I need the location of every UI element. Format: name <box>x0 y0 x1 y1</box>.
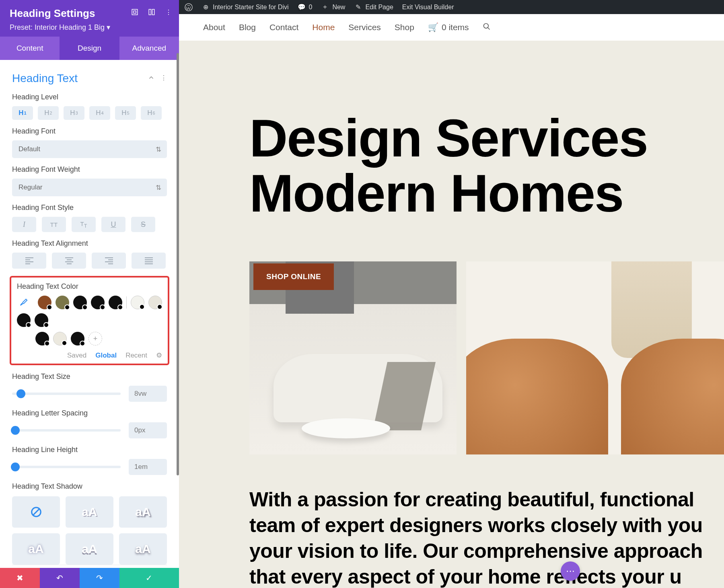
chevron-up-icon[interactable] <box>148 74 155 83</box>
label-heading-font-weight: Heading Font Weight <box>12 165 167 174</box>
site-nav: About Blog Contact Home Services Shop 🛒0… <box>179 14 724 41</box>
label-heading-level: Heading Level <box>12 93 167 101</box>
nav-contact[interactable]: Contact <box>269 23 298 32</box>
shadow-none[interactable] <box>12 496 60 528</box>
label-heading-letter-spacing: Heading Letter Spacing <box>12 409 167 417</box>
letter-spacing-value[interactable]: 0px <box>129 422 167 438</box>
heading-level-h5[interactable]: H5 <box>115 106 136 120</box>
text-size-slider[interactable] <box>12 393 121 395</box>
wp-logo-icon[interactable] <box>185 3 193 11</box>
color-swatch[interactable] <box>71 332 84 345</box>
heading-level-h3[interactable]: H3 <box>64 106 84 120</box>
tab-content[interactable]: Content <box>0 37 60 60</box>
palette-tab-global[interactable]: Global <box>95 352 117 360</box>
label-heading-text-alignment: Heading Text Alignment <box>12 239 167 248</box>
cart-icon: 🛒 <box>428 23 438 32</box>
shadow-preset-3[interactable]: aA <box>12 533 60 565</box>
heading-level-h4[interactable]: H4 <box>89 106 110 120</box>
align-left[interactable] <box>12 253 46 269</box>
wp-comments[interactable]: 💬0 <box>298 3 313 11</box>
search-icon[interactable] <box>483 23 491 33</box>
shop-online-button[interactable]: SHOP ONLINE <box>253 263 334 290</box>
nav-about[interactable]: About <box>203 23 225 32</box>
palette-tab-recent[interactable]: Recent <box>125 352 147 360</box>
heading-level-h6[interactable]: H6 <box>141 106 162 120</box>
nav-blog[interactable]: Blog <box>239 23 256 32</box>
plus-icon: ＋ <box>321 3 329 11</box>
font-style-uppercase[interactable]: TT <box>42 217 66 232</box>
wp-site-name[interactable]: ⊕Interior Starter Site for Divi <box>202 3 289 11</box>
font-style-smallcaps[interactable]: TT <box>72 217 96 232</box>
svg-rect-0 <box>132 9 138 15</box>
line-height-value[interactable]: 1em <box>129 459 167 475</box>
svg-point-5 <box>483 23 488 28</box>
color-swatch[interactable] <box>148 296 162 309</box>
settings-panel: Heading Settings Preset: Interior Headin… <box>0 0 179 588</box>
heading-level-h1[interactable]: H1 <box>12 106 33 120</box>
wp-exit-vb[interactable]: Exit Visual Builder <box>402 4 454 11</box>
section-heading-text[interactable]: Heading Text <box>12 72 78 85</box>
more-icon[interactable]: ⋮ <box>160 74 167 83</box>
align-center[interactable] <box>52 253 86 269</box>
panel-preset[interactable]: Preset: Interior Heading 1 Big ▾ <box>10 23 169 32</box>
nav-cart[interactable]: 🛒0 items <box>428 23 469 32</box>
section-sizing[interactable]: Sizing <box>12 565 167 568</box>
panel-body: Heading Text ⋮ Heading Level H1 H2 H3 H4… <box>0 60 179 568</box>
font-style-underline[interactable]: U <box>101 217 125 232</box>
panel-header: Heading Settings Preset: Interior Headin… <box>0 0 179 37</box>
label-heading-font: Heading Font <box>12 127 167 136</box>
intro-paragraph: With a passion for creating beautiful, f… <box>249 487 724 588</box>
line-height-slider[interactable] <box>12 466 121 468</box>
redo-button[interactable]: ↷ <box>80 568 119 588</box>
cancel-button[interactable]: ✖ <box>0 568 40 588</box>
nav-services[interactable]: Services <box>348 23 381 32</box>
hero-title: Design Services Modern Homes <box>249 111 724 221</box>
letter-spacing-slider[interactable] <box>12 429 121 432</box>
gear-icon[interactable]: ⚙ <box>156 351 162 360</box>
color-swatch[interactable] <box>109 296 122 309</box>
color-swatch[interactable] <box>35 313 48 327</box>
chevron-updown-icon: ⇅ <box>156 183 161 192</box>
color-swatch[interactable] <box>38 296 51 309</box>
text-size-value[interactable]: 8vw <box>129 386 167 402</box>
shadow-preset-1[interactable]: aA <box>66 496 113 528</box>
grid-icon[interactable] <box>148 8 156 16</box>
save-button[interactable]: ✓ <box>119 568 179 588</box>
color-swatch[interactable] <box>17 313 31 327</box>
heading-level-h2[interactable]: H2 <box>38 106 59 120</box>
expand-icon[interactable] <box>131 8 139 16</box>
font-style-strikethrough[interactable]: S <box>131 217 155 232</box>
eyedropper-icon[interactable] <box>17 296 31 309</box>
color-swatch[interactable] <box>56 296 69 309</box>
shadow-preset-2[interactable]: aA <box>119 496 167 528</box>
wp-new[interactable]: ＋New <box>321 3 345 11</box>
more-icon[interactable]: ⋮ <box>165 8 173 16</box>
color-swatch[interactable] <box>131 296 144 309</box>
tab-design[interactable]: Design <box>60 37 119 60</box>
align-right[interactable] <box>92 253 126 269</box>
font-style-italic[interactable]: I <box>12 217 36 232</box>
chevron-updown-icon: ⇅ <box>156 145 161 154</box>
svg-rect-2 <box>152 9 154 15</box>
label-heading-text-color: Heading Text Color <box>17 282 162 291</box>
label-heading-text-shadow: Heading Text Shadow <box>12 482 167 491</box>
add-swatch[interactable]: + <box>88 332 102 345</box>
shadow-preset-5[interactable]: aA <box>119 533 167 565</box>
color-swatch[interactable] <box>53 332 67 345</box>
wp-edit-page[interactable]: ✎Edit Page <box>354 3 393 11</box>
swatch-separator <box>126 296 127 308</box>
heading-font-select[interactable]: Default⇅ <box>12 140 167 158</box>
nav-home[interactable]: Home <box>312 23 335 32</box>
shadow-preset-4[interactable]: aA <box>66 533 113 565</box>
palette-tab-saved[interactable]: Saved <box>67 352 86 360</box>
divi-fab-button[interactable]: ⋯ <box>561 561 580 581</box>
undo-button[interactable]: ↶ <box>40 568 80 588</box>
nav-shop[interactable]: Shop <box>395 23 414 32</box>
align-justify[interactable] <box>132 253 166 269</box>
tab-advanced[interactable]: Advanced <box>119 37 179 60</box>
svg-rect-1 <box>149 9 151 15</box>
color-swatch[interactable] <box>73 296 87 309</box>
color-swatch[interactable] <box>91 296 105 309</box>
heading-font-weight-select[interactable]: Regular⇅ <box>12 179 167 196</box>
color-swatch[interactable] <box>35 332 49 345</box>
